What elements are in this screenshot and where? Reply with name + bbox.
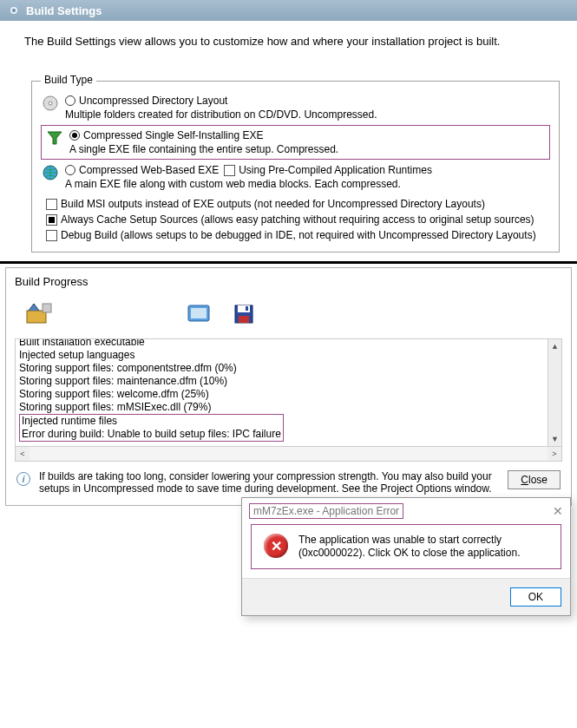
checkbox-label: Build MSI outputs instead of EXE outputs… (61, 196, 485, 212)
radio-compressed-exe[interactable] (69, 130, 80, 141)
build-type-option-web: Compressed Web-Based EXE Using Pre-Compi… (41, 163, 550, 191)
build-progress-panel: Build Progress Created Windows Installer… (5, 267, 572, 506)
build-log: Created Windows Installer database Built… (15, 338, 562, 462)
dialog-title: mM7zEx.exe - Application Error (249, 503, 403, 519)
check-row-debug: Debug Build (allows setups to be debugge… (46, 227, 550, 243)
svg-rect-7 (43, 304, 51, 312)
scroll-down-icon[interactable]: ▼ (548, 432, 561, 446)
build-icon[interactable] (22, 300, 56, 328)
build-type-fieldset: Build Type Uncompressed Directory Layout… (31, 81, 560, 253)
log-line: Storing support files: welcome.dfm (25%) (19, 388, 546, 401)
log-line: Injected setup languages (19, 349, 546, 362)
horizontal-scrollbar[interactable]: < > (16, 446, 561, 461)
log-line: Error during build: Unable to build setu… (22, 428, 281, 441)
option-desc: A main EXE file along with custom web me… (65, 178, 550, 191)
option-desc: Multiple folders created for distributio… (65, 108, 550, 121)
scroll-right-icon[interactable]: > (547, 447, 561, 461)
intro-text: The Build Settings view allows you to cu… (0, 21, 577, 55)
checkbox-label: Always Cache Setup Sources (allows easy … (61, 212, 534, 227)
build-progress-title: Build Progress (6, 268, 571, 288)
svg-rect-9 (191, 308, 207, 318)
globe-icon (41, 163, 60, 181)
build-type-legend: Build Type (41, 74, 96, 86)
option-label: Compressed Web-Based EXE (79, 163, 219, 177)
ok-button[interactable]: OK (510, 587, 561, 607)
option-label: Uncompressed Directory Layout (79, 94, 227, 108)
log-line: Injected runtime files (22, 415, 281, 428)
log-line: Storing support files: mMSIExec.dll (79%… (19, 401, 546, 414)
gear-icon (7, 3, 21, 17)
option-desc: A single EXE file containing the entire … (69, 143, 546, 156)
checkbox-precompiled-label: Using Pre-Compiled Application Runtimes (239, 163, 432, 177)
log-content: Created Windows Installer database Built… (19, 339, 546, 442)
save-icon[interactable] (226, 300, 261, 328)
option-label: Compressed Single Self-Installing EXE (83, 128, 263, 142)
radio-web[interactable] (65, 165, 75, 175)
header-title: Build Settings (26, 4, 102, 17)
close-button[interactable]: Close (508, 470, 561, 489)
close-label-rest: lose (528, 474, 547, 486)
scroll-up-icon[interactable]: ▲ (548, 339, 561, 353)
tip-text: If builds are taking too long, consider … (39, 470, 499, 495)
svg-marker-4 (48, 132, 62, 144)
checkbox-msi[interactable] (46, 199, 57, 210)
funnel-icon (45, 128, 64, 147)
checkbox-label: Debug Build (allows setups to be debugge… (61, 227, 536, 243)
check-row-msi: Build MSI outputs instead of EXE outputs… (46, 196, 550, 212)
build-type-option-compressed-exe-highlight: Compressed Single Self-Installing EXE A … (41, 125, 550, 160)
log-line: Built installation executable (19, 339, 546, 349)
screen-icon[interactable] (181, 300, 216, 328)
svg-rect-12 (239, 316, 249, 323)
checkbox-precompiled[interactable] (224, 165, 235, 176)
error-icon: ✕ (264, 534, 288, 558)
separator (0, 261, 577, 264)
application-error-dialog: mM7zEx.exe - Application Error ✕ ✕ The a… (241, 497, 571, 616)
radio-uncompressed[interactable] (65, 95, 75, 106)
scroll-left-icon[interactable]: < (16, 447, 30, 461)
info-icon: i (16, 472, 30, 486)
log-line: Storing support files: maintenance.dfm (… (19, 375, 546, 388)
dialog-message: The application was unable to start corr… (298, 534, 548, 560)
svg-point-3 (49, 102, 52, 105)
settings-header: Build Settings (0, 0, 577, 21)
checkbox-debug[interactable] (46, 230, 57, 241)
check-row-cache: Always Cache Setup Sources (allows easy … (46, 212, 550, 227)
svg-point-1 (12, 9, 16, 12)
vertical-scrollbar[interactable]: ▲ ▼ (547, 339, 561, 446)
log-error-highlight: Injected runtime files Error during buil… (19, 414, 284, 442)
checkbox-cache[interactable] (46, 214, 57, 226)
svg-rect-13 (246, 306, 248, 311)
build-type-option-uncompressed: Uncompressed Directory Layout Multiple f… (41, 94, 550, 121)
log-line: Storing support files: componentstree.df… (19, 362, 546, 375)
close-icon[interactable]: ✕ (553, 504, 563, 518)
cd-icon (41, 94, 60, 112)
